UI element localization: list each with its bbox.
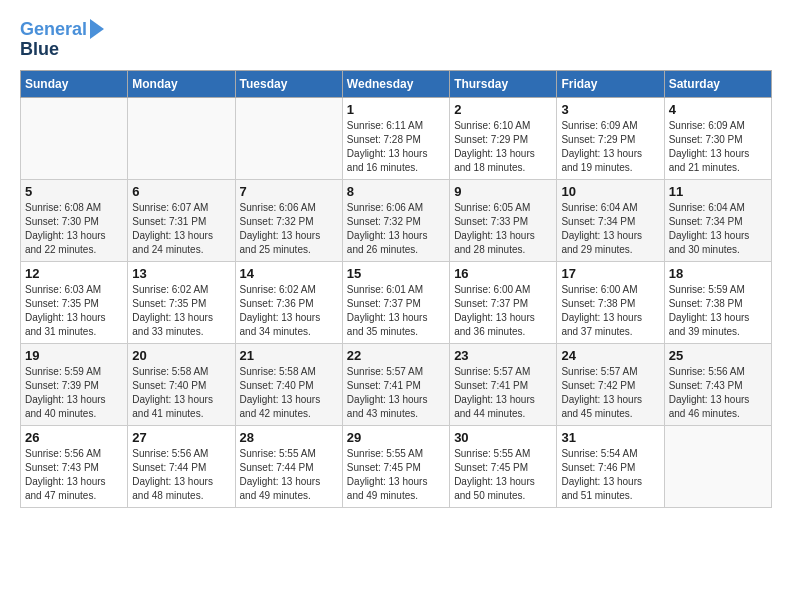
day-info: Sunrise: 5:56 AM Sunset: 7:44 PM Dayligh… xyxy=(132,447,230,503)
calendar-cell: 16Sunrise: 6:00 AM Sunset: 7:37 PM Dayli… xyxy=(450,261,557,343)
calendar-cell: 27Sunrise: 5:56 AM Sunset: 7:44 PM Dayli… xyxy=(128,425,235,507)
column-header-thursday: Thursday xyxy=(450,70,557,97)
calendar-week-row: 5Sunrise: 6:08 AM Sunset: 7:30 PM Daylig… xyxy=(21,179,772,261)
calendar-cell: 30Sunrise: 5:55 AM Sunset: 7:45 PM Dayli… xyxy=(450,425,557,507)
day-info: Sunrise: 6:06 AM Sunset: 7:32 PM Dayligh… xyxy=(240,201,338,257)
calendar-cell xyxy=(664,425,771,507)
day-number: 17 xyxy=(561,266,659,281)
day-number: 29 xyxy=(347,430,445,445)
calendar-cell: 25Sunrise: 5:56 AM Sunset: 7:43 PM Dayli… xyxy=(664,343,771,425)
day-info: Sunrise: 5:59 AM Sunset: 7:39 PM Dayligh… xyxy=(25,365,123,421)
calendar-cell: 23Sunrise: 5:57 AM Sunset: 7:41 PM Dayli… xyxy=(450,343,557,425)
calendar-cell: 28Sunrise: 5:55 AM Sunset: 7:44 PM Dayli… xyxy=(235,425,342,507)
day-info: Sunrise: 5:55 AM Sunset: 7:44 PM Dayligh… xyxy=(240,447,338,503)
day-info: Sunrise: 6:02 AM Sunset: 7:36 PM Dayligh… xyxy=(240,283,338,339)
calendar-cell: 21Sunrise: 5:58 AM Sunset: 7:40 PM Dayli… xyxy=(235,343,342,425)
day-info: Sunrise: 5:57 AM Sunset: 7:41 PM Dayligh… xyxy=(454,365,552,421)
day-number: 18 xyxy=(669,266,767,281)
day-number: 28 xyxy=(240,430,338,445)
calendar-week-row: 19Sunrise: 5:59 AM Sunset: 7:39 PM Dayli… xyxy=(21,343,772,425)
day-number: 9 xyxy=(454,184,552,199)
calendar-cell: 18Sunrise: 5:59 AM Sunset: 7:38 PM Dayli… xyxy=(664,261,771,343)
logo-text-line2: Blue xyxy=(20,40,59,60)
day-info: Sunrise: 6:10 AM Sunset: 7:29 PM Dayligh… xyxy=(454,119,552,175)
calendar-cell: 17Sunrise: 6:00 AM Sunset: 7:38 PM Dayli… xyxy=(557,261,664,343)
calendar-cell: 1Sunrise: 6:11 AM Sunset: 7:28 PM Daylig… xyxy=(342,97,449,179)
day-info: Sunrise: 6:06 AM Sunset: 7:32 PM Dayligh… xyxy=(347,201,445,257)
calendar-cell: 29Sunrise: 5:55 AM Sunset: 7:45 PM Dayli… xyxy=(342,425,449,507)
calendar-table: SundayMondayTuesdayWednesdayThursdayFrid… xyxy=(20,70,772,508)
calendar-cell: 19Sunrise: 5:59 AM Sunset: 7:39 PM Dayli… xyxy=(21,343,128,425)
column-header-saturday: Saturday xyxy=(664,70,771,97)
calendar-cell: 11Sunrise: 6:04 AM Sunset: 7:34 PM Dayli… xyxy=(664,179,771,261)
calendar-week-row: 26Sunrise: 5:56 AM Sunset: 7:43 PM Dayli… xyxy=(21,425,772,507)
day-number: 16 xyxy=(454,266,552,281)
calendar-cell: 26Sunrise: 5:56 AM Sunset: 7:43 PM Dayli… xyxy=(21,425,128,507)
column-header-sunday: Sunday xyxy=(21,70,128,97)
calendar-cell: 15Sunrise: 6:01 AM Sunset: 7:37 PM Dayli… xyxy=(342,261,449,343)
day-number: 31 xyxy=(561,430,659,445)
day-info: Sunrise: 5:57 AM Sunset: 7:41 PM Dayligh… xyxy=(347,365,445,421)
day-number: 2 xyxy=(454,102,552,117)
calendar-cell: 6Sunrise: 6:07 AM Sunset: 7:31 PM Daylig… xyxy=(128,179,235,261)
day-info: Sunrise: 5:55 AM Sunset: 7:45 PM Dayligh… xyxy=(454,447,552,503)
day-info: Sunrise: 6:01 AM Sunset: 7:37 PM Dayligh… xyxy=(347,283,445,339)
column-header-wednesday: Wednesday xyxy=(342,70,449,97)
calendar-cell xyxy=(21,97,128,179)
day-number: 24 xyxy=(561,348,659,363)
calendar-cell: 10Sunrise: 6:04 AM Sunset: 7:34 PM Dayli… xyxy=(557,179,664,261)
day-info: Sunrise: 6:05 AM Sunset: 7:33 PM Dayligh… xyxy=(454,201,552,257)
day-info: Sunrise: 6:00 AM Sunset: 7:37 PM Dayligh… xyxy=(454,283,552,339)
day-info: Sunrise: 5:58 AM Sunset: 7:40 PM Dayligh… xyxy=(132,365,230,421)
logo-text-line1: General xyxy=(20,20,87,40)
calendar-week-row: 12Sunrise: 6:03 AM Sunset: 7:35 PM Dayli… xyxy=(21,261,772,343)
day-number: 27 xyxy=(132,430,230,445)
day-number: 4 xyxy=(669,102,767,117)
day-info: Sunrise: 6:11 AM Sunset: 7:28 PM Dayligh… xyxy=(347,119,445,175)
day-number: 23 xyxy=(454,348,552,363)
calendar-cell: 20Sunrise: 5:58 AM Sunset: 7:40 PM Dayli… xyxy=(128,343,235,425)
day-info: Sunrise: 5:57 AM Sunset: 7:42 PM Dayligh… xyxy=(561,365,659,421)
calendar-cell: 31Sunrise: 5:54 AM Sunset: 7:46 PM Dayli… xyxy=(557,425,664,507)
calendar-cell: 4Sunrise: 6:09 AM Sunset: 7:30 PM Daylig… xyxy=(664,97,771,179)
day-info: Sunrise: 6:00 AM Sunset: 7:38 PM Dayligh… xyxy=(561,283,659,339)
day-number: 10 xyxy=(561,184,659,199)
day-info: Sunrise: 6:08 AM Sunset: 7:30 PM Dayligh… xyxy=(25,201,123,257)
page-header: General Blue xyxy=(20,20,772,60)
calendar-cell: 7Sunrise: 6:06 AM Sunset: 7:32 PM Daylig… xyxy=(235,179,342,261)
calendar-cell xyxy=(128,97,235,179)
calendar-cell: 5Sunrise: 6:08 AM Sunset: 7:30 PM Daylig… xyxy=(21,179,128,261)
day-info: Sunrise: 5:55 AM Sunset: 7:45 PM Dayligh… xyxy=(347,447,445,503)
day-number: 22 xyxy=(347,348,445,363)
day-number: 20 xyxy=(132,348,230,363)
calendar-cell: 8Sunrise: 6:06 AM Sunset: 7:32 PM Daylig… xyxy=(342,179,449,261)
day-info: Sunrise: 5:56 AM Sunset: 7:43 PM Dayligh… xyxy=(669,365,767,421)
day-info: Sunrise: 5:58 AM Sunset: 7:40 PM Dayligh… xyxy=(240,365,338,421)
day-number: 19 xyxy=(25,348,123,363)
day-info: Sunrise: 6:04 AM Sunset: 7:34 PM Dayligh… xyxy=(561,201,659,257)
day-number: 25 xyxy=(669,348,767,363)
calendar-header-row: SundayMondayTuesdayWednesdayThursdayFrid… xyxy=(21,70,772,97)
logo-arrow-icon xyxy=(90,19,104,39)
day-number: 6 xyxy=(132,184,230,199)
day-number: 13 xyxy=(132,266,230,281)
day-number: 21 xyxy=(240,348,338,363)
day-number: 30 xyxy=(454,430,552,445)
day-number: 11 xyxy=(669,184,767,199)
day-number: 8 xyxy=(347,184,445,199)
day-info: Sunrise: 6:09 AM Sunset: 7:30 PM Dayligh… xyxy=(669,119,767,175)
calendar-cell: 22Sunrise: 5:57 AM Sunset: 7:41 PM Dayli… xyxy=(342,343,449,425)
calendar-cell: 2Sunrise: 6:10 AM Sunset: 7:29 PM Daylig… xyxy=(450,97,557,179)
day-info: Sunrise: 5:56 AM Sunset: 7:43 PM Dayligh… xyxy=(25,447,123,503)
calendar-cell: 12Sunrise: 6:03 AM Sunset: 7:35 PM Dayli… xyxy=(21,261,128,343)
day-info: Sunrise: 6:03 AM Sunset: 7:35 PM Dayligh… xyxy=(25,283,123,339)
day-number: 15 xyxy=(347,266,445,281)
column-header-friday: Friday xyxy=(557,70,664,97)
day-number: 26 xyxy=(25,430,123,445)
calendar-cell xyxy=(235,97,342,179)
column-header-tuesday: Tuesday xyxy=(235,70,342,97)
day-info: Sunrise: 6:07 AM Sunset: 7:31 PM Dayligh… xyxy=(132,201,230,257)
day-number: 3 xyxy=(561,102,659,117)
calendar-cell: 14Sunrise: 6:02 AM Sunset: 7:36 PM Dayli… xyxy=(235,261,342,343)
day-info: Sunrise: 5:59 AM Sunset: 7:38 PM Dayligh… xyxy=(669,283,767,339)
